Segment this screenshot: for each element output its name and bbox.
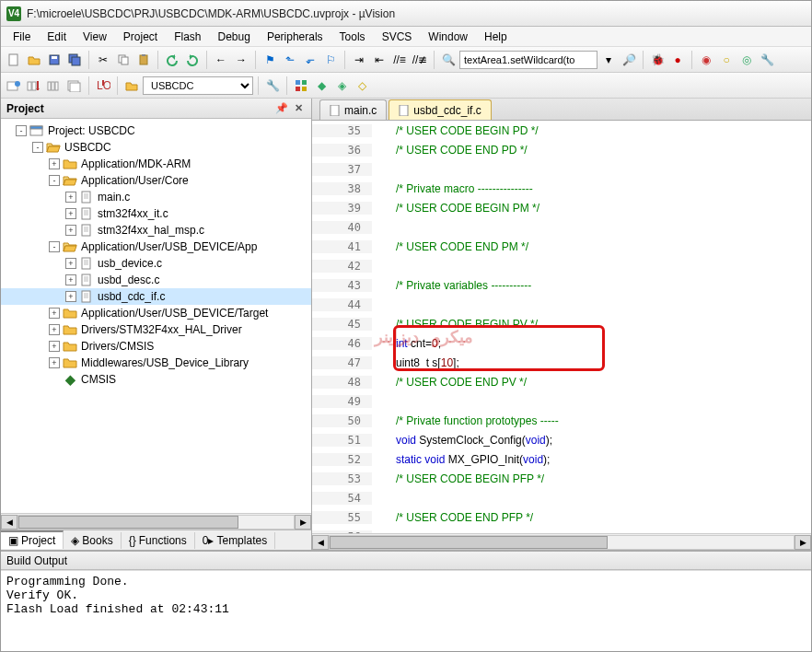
scroll-left-icon[interactable]: ◀ [312,535,329,550]
code-text[interactable]: /* Private variables ----------- [385,279,531,292]
pin-icon[interactable]: 📌 [274,101,289,116]
manage-button[interactable] [292,76,310,95]
menu-edit[interactable]: Edit [39,29,75,45]
find-in-files-button[interactable]: 🔎 [620,51,638,69]
code-text[interactable]: /* Private function prototypes ----- [385,414,559,427]
code-text[interactable]: /* Private macro --------------- [385,182,533,195]
scroll-right-icon[interactable]: ▶ [795,535,811,550]
code-line[interactable]: 53/* USER CODE BEGIN PFP */ [312,469,811,488]
expand-icon[interactable]: + [49,341,60,352]
tree-item[interactable]: +main.c [1,189,311,205]
target-select[interactable]: USBCDC [143,76,253,95]
indent-button[interactable]: ⇥ [350,51,368,69]
collapse-icon[interactable]: - [32,142,43,153]
find-icon[interactable]: 🔍 [439,51,458,69]
menu-view[interactable]: View [75,29,115,45]
cut-button[interactable]: ✂ [94,51,112,69]
code-line[interactable]: 52static void MX_GPIO_Init(void); [312,449,811,469]
redo-button[interactable] [183,51,202,69]
download-button[interactable]: LOAD [94,76,112,95]
scroll-right-icon[interactable]: ▶ [295,515,311,530]
help-button[interactable]: ◇ [353,76,371,95]
code-text[interactable]: static void MX_GPIO_Init(void); [385,453,550,466]
tree-item[interactable]: -USBCDC [1,139,311,156]
code-line[interactable]: 39/* USER CODE BEGIN PM */ [312,198,811,217]
save-button[interactable] [45,51,64,69]
tree-item[interactable]: +Drivers/CMSIS [1,338,311,355]
code-text[interactable]: /* USER CODE BEGIN PM */ [385,202,539,215]
save-all-button[interactable] [65,51,84,69]
code-text[interactable]: void SystemClock_Config(void); [385,434,552,447]
pack-button[interactable]: ◆ [312,76,331,95]
panel-tab-project[interactable]: ▣Project [1,530,64,549]
code-text[interactable]: /* USER CODE END PFP */ [385,511,533,524]
tree-item[interactable]: +usbd_desc.c [1,272,311,288]
copy-button[interactable] [114,51,133,69]
expand-icon[interactable]: + [49,357,60,368]
new-file-button[interactable] [5,51,23,69]
panel-tab-templates[interactable]: 0▸Templates [195,532,275,549]
tree-item[interactable]: +Drivers/STM32F4xx_HAL_Driver [1,321,311,338]
outdent-button[interactable]: ⇤ [370,51,389,69]
tree-item[interactable]: ◆CMSIS [1,371,311,388]
code-line[interactable]: 43/* Private variables ----------- [312,275,811,295]
build-button[interactable] [25,76,43,95]
menu-help[interactable]: Help [476,29,516,45]
tree-item[interactable]: +stm32f4xx_hal_msp.c [1,222,311,239]
breakpoint-button[interactable]: ● [668,51,687,69]
code-line[interactable]: 45/* USER CODE BEGIN PV */ [312,314,811,333]
expand-icon[interactable]: + [65,291,76,302]
tree-item[interactable]: +Application/User/USB_DEVICE/Target [1,305,311,321]
config-button[interactable]: ◉ [697,51,715,69]
code-text[interactable]: /* USER CODE BEGIN PV */ [385,318,538,331]
tree-item[interactable]: -Project: USBCDC [1,122,311,139]
code-line[interactable]: 37 [312,159,811,179]
settings-button[interactable]: 🔧 [758,51,776,69]
panel-tab-books[interactable]: ◈Books [64,532,121,549]
code-text[interactable]: /* USER CODE BEGIN PD */ [385,124,539,137]
menu-project[interactable]: Project [115,29,166,45]
code-line[interactable]: 54 [312,488,811,507]
code-text[interactable]: /* USER CODE END PM */ [385,240,528,253]
editor-tab[interactable]: main.c [319,99,387,120]
menu-svcs[interactable]: SVCS [374,29,421,45]
code-line[interactable]: 35/* USER CODE BEGIN PD */ [312,121,811,140]
expand-icon[interactable]: + [65,258,76,269]
code-line[interactable]: 48/* USER CODE END PV */ [312,372,811,391]
code-line[interactable]: 41/* USER CODE END PM */ [312,237,811,256]
books-button[interactable]: ◈ [332,76,351,95]
tree-item[interactable]: -Application/User/USB_DEVICE/App [1,239,311,255]
nav-forward-button[interactable]: → [232,51,250,69]
comment-button[interactable]: //≡ [390,51,409,69]
scroll-track[interactable] [329,535,795,550]
code-line[interactable]: 50/* Private function prototypes ----- [312,411,811,430]
code-line[interactable]: 55/* USER CODE END PFP */ [312,507,811,527]
bookmark-clear-button[interactable]: ⚐ [321,51,340,69]
bookmark-prev-button[interactable]: ⬑ [281,51,299,69]
panel-tab-functions[interactable]: {}Functions [122,532,195,549]
batch-build-button[interactable] [65,76,84,95]
tree-item[interactable]: +stm32f4xx_it.c [1,205,311,222]
open-button[interactable] [25,51,43,69]
paste-button[interactable] [134,51,153,69]
bookmark-next-button[interactable]: ⬐ [301,51,319,69]
code-line[interactable]: 56 [312,527,811,533]
stop-button[interactable]: ◎ [737,51,756,69]
debug-button[interactable]: 🐞 [648,51,667,69]
code-line[interactable]: 47uint8_t s[10]; [312,353,811,372]
expand-icon[interactable]: + [65,208,76,219]
menu-flash[interactable]: Flash [166,29,209,45]
code-line[interactable]: 44 [312,295,811,314]
search-input[interactable] [459,51,597,69]
code-line[interactable]: 38/* Private macro --------------- [312,179,811,198]
scroll-left-icon[interactable]: ◀ [1,515,17,530]
project-tree[interactable]: -Project: USBCDC-USBCDC+Application/MDK-… [1,119,311,513]
code-line[interactable]: 40 [312,217,811,237]
undo-button[interactable] [163,51,181,69]
collapse-icon[interactable]: - [49,175,60,186]
menu-debug[interactable]: Debug [210,29,259,45]
menu-tools[interactable]: Tools [331,29,374,45]
expand-icon[interactable]: + [65,192,76,203]
run-button[interactable]: ○ [717,51,736,69]
nav-back-button[interactable]: ← [212,51,230,69]
